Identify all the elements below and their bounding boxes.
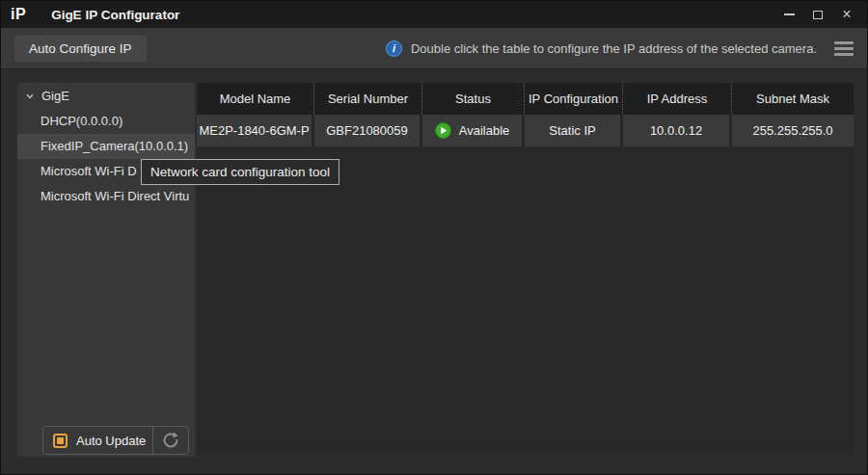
column-header-serial-number: Serial Number — [314, 83, 422, 115]
cell-serial-number[interactable]: GBF21080059 — [314, 115, 422, 146]
column-header-ip-address: IP Address — [623, 83, 732, 115]
close-button[interactable]: × — [832, 1, 861, 28]
app-logo: iP — [11, 6, 26, 23]
camera-table: Model Name Serial Number Status IP Confi… — [197, 83, 854, 454]
table-header-row: Model Name Serial Number Status IP Confi… — [197, 83, 854, 115]
status-text: Available — [459, 123, 510, 138]
column-header-subnet-mask: Subnet Mask — [732, 83, 854, 115]
tree-item-label: GigE — [41, 84, 69, 109]
tree-item-label: Microsoft Wi-Fi Direct Virtu — [41, 189, 189, 203]
column-header-status: Status — [422, 83, 525, 115]
chevron-down-icon — [25, 92, 35, 101]
info-icon: i — [386, 40, 402, 57]
tree-item-gige[interactable]: GigE — [17, 84, 195, 109]
auto-update-label: Auto Update — [76, 434, 152, 448]
camera-table-row[interactable]: ME2P-1840-6GM-P GBF21080059 Available St… — [197, 115, 854, 146]
column-header-model-name: Model Name — [197, 83, 314, 115]
toolbar-hint-group: i Double click the table to configure th… — [386, 40, 817, 57]
cell-ip-address[interactable]: 10.0.0.12 — [623, 115, 732, 146]
cell-subnet-mask[interactable]: 255.255.255.0 — [732, 115, 854, 146]
maximize-button[interactable] — [803, 1, 832, 28]
status-available-icon — [435, 122, 451, 139]
cell-model-name[interactable]: ME2P-1840-6GM-P — [197, 115, 314, 146]
maximize-icon — [813, 11, 823, 19]
refresh-icon — [161, 431, 180, 450]
main-content: GigE DHCP(0.0.0.0) FixedIP_Camera(10.0.0… — [1, 69, 867, 474]
hamburger-menu-icon[interactable] — [834, 40, 854, 58]
minimize-button[interactable] — [774, 1, 803, 28]
toolbar: Auto Configure IP i Double click the tab… — [1, 28, 867, 69]
cell-status[interactable]: Available — [422, 115, 525, 146]
auto-update-control: Auto Update — [42, 426, 189, 455]
close-icon: × — [842, 7, 851, 22]
refresh-button[interactable] — [152, 427, 188, 454]
minimize-icon — [784, 13, 795, 15]
cell-ip-configuration[interactable]: Static IP — [525, 115, 623, 146]
app-window: iP GigE IP Configurator × Auto Configure… — [0, 0, 868, 475]
tree-item-label: FixedIP_Camera(10.0.0.1) — [41, 139, 188, 153]
tree-item-fixedip-camera[interactable]: FixedIP_Camera(10.0.0.1) — [17, 134, 195, 159]
auto-update-checkbox[interactable] — [53, 434, 68, 448]
auto-configure-ip-button[interactable]: Auto Configure IP — [14, 36, 147, 62]
column-header-ip-configuration: IP Configuration — [525, 83, 623, 115]
window-controls: × — [774, 1, 861, 28]
tree-item-label: Microsoft Wi-Fi D — [41, 164, 137, 178]
tree-item-dhcp[interactable]: DHCP(0.0.0.0) — [17, 109, 195, 134]
checkbox-checked-mark — [57, 437, 64, 444]
device-tree-panel: GigE DHCP(0.0.0.0) FixedIP_Camera(10.0.0… — [17, 83, 195, 457]
title-bar: iP GigE IP Configurator × — [1, 1, 867, 28]
tree-item-ms-wifi-direct-2[interactable]: Microsoft Wi-Fi Direct Virtu — [17, 184, 195, 209]
tooltip-network-card-tool: Network card configuration tool — [141, 159, 339, 185]
window-title: GigE IP Configurator — [51, 8, 179, 22]
toolbar-hint-text: Double click the table to configure the … — [411, 41, 817, 56]
tree-item-label: DHCP(0.0.0.0) — [41, 114, 122, 128]
